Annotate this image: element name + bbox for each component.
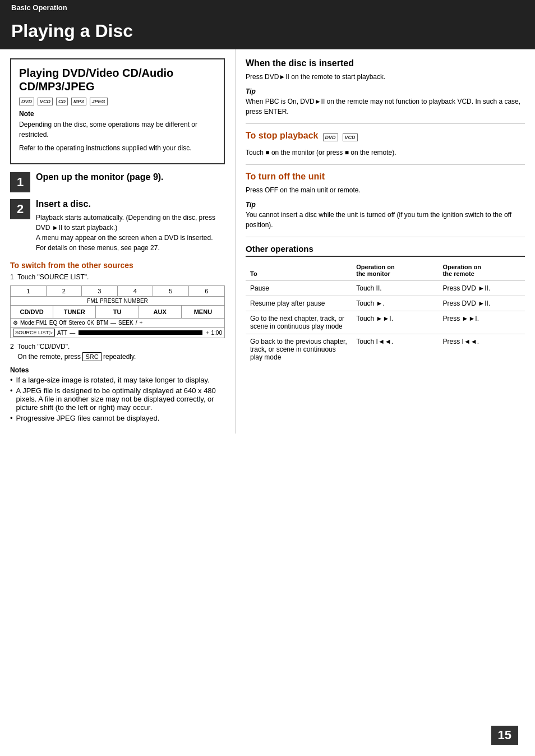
notes-section: Notes If a large-size image is rotated, … xyxy=(10,366,225,422)
col-monitor: Operation onthe monitor xyxy=(352,260,438,281)
notes-label: Notes xyxy=(10,366,225,374)
ops-monitor-3: Touch I◄◄. xyxy=(352,334,438,365)
ops-to-2: Go to the next chapter, track, or scene … xyxy=(246,311,352,334)
step-1-content: Open up the monitor (page 9). xyxy=(36,172,164,186)
source-list-ui: 1 2 3 4 5 6 FM1 PRESET NUMBER CD/DVD TUN… xyxy=(10,285,225,338)
switch-sources-section: To switch from the other sources 1 Touch… xyxy=(10,261,225,361)
turn-off-tip-body: You cannot insert a disc while the unit … xyxy=(246,210,525,230)
step-1: 1 Open up the monitor (page 9). xyxy=(10,172,225,192)
stereo-label: Stereo xyxy=(68,320,85,326)
ops-remote-1: Press DVD ►II. xyxy=(439,296,525,311)
stop-badge-vcd: VCD xyxy=(343,133,358,141)
ops-remote-2: Press ►►I. xyxy=(439,311,525,334)
progress-bar xyxy=(79,330,202,335)
switch-step-2b: On the remote, press SRC repeatedly. xyxy=(10,353,225,361)
when-inserted-title: When the disc is inserted xyxy=(246,58,525,68)
time-label: 1:00 xyxy=(211,330,222,336)
ops-remote-3: Press I◄◄. xyxy=(439,334,525,365)
step-1-heading: Open up the monitor (page 9). xyxy=(36,172,164,182)
stop-badge-dvd: DVD xyxy=(323,133,338,141)
fm-preset-row: FM1 PRESET NUMBER xyxy=(11,297,224,306)
btn-cddvd[interactable]: CD/DVD xyxy=(11,306,53,318)
note-bullet-3: Progressive JPEG files cannot be display… xyxy=(10,414,225,422)
att-label: ATT xyxy=(57,330,67,336)
ops-to-3: Go back to the previous chapter, track, … xyxy=(246,334,352,365)
format-vcd: VCD xyxy=(38,98,53,105)
btm-label: BTM xyxy=(96,320,108,326)
header-label: Basic Operation xyxy=(11,3,67,12)
cell-4: 4 xyxy=(118,286,154,296)
dash2-label: — xyxy=(70,330,75,336)
ops-monitor-0: Touch II. xyxy=(352,281,438,296)
note-bullet-2: A JPEG file is designed to be optimally … xyxy=(10,386,225,412)
step-2-body: Playback starts automatically. (Dependin… xyxy=(36,213,225,253)
format-jpeg: JPEG xyxy=(90,98,108,105)
ok-label: 0K xyxy=(87,320,94,326)
ops-table-row: Resume play after pause Touch ►. Press D… xyxy=(246,296,525,311)
format-dvd: DVD xyxy=(19,98,34,105)
stop-playback-title-row: To stop playback DVD VCD xyxy=(246,131,525,144)
page-title: Playing a Disc xyxy=(11,21,524,42)
ops-table-row: Pause Touch II. Press DVD ►II. xyxy=(246,281,525,296)
content-wrapper: Playing DVD/Video CD/Audio CD/MP3/JPEG D… xyxy=(0,49,535,434)
eq-label: EQ Off xyxy=(49,320,66,326)
format-cd: CD xyxy=(56,98,68,105)
dash-label: — xyxy=(110,320,116,326)
stop-playback-section: To stop playback DVD VCD Touch ■ on the … xyxy=(246,131,525,158)
ops-to-1: Resume play after pause xyxy=(246,296,352,311)
step-2: 2 Insert a disc. Playback starts automat… xyxy=(10,199,225,253)
format-badges: DVD VCD CD MP3 JPEG xyxy=(19,98,216,105)
turn-off-section: To turn off the unit Press OFF on the ma… xyxy=(246,172,525,230)
turn-off-title: To turn off the unit xyxy=(246,172,525,182)
format-mp3: MP3 xyxy=(71,98,86,105)
ops-table-header-row: To Operation onthe monitor Operation ont… xyxy=(246,260,525,281)
status-bar: ⚙ Mode:FM1 EQ Off Stereo 0K BTM — SEEK /… xyxy=(11,319,224,328)
mode-label: Mode:FM1 xyxy=(20,320,47,326)
note-label: Note xyxy=(19,110,216,118)
ops-table-row: Go to the next chapter, track, or scene … xyxy=(246,311,525,334)
col-remote: Operation onthe remote xyxy=(439,260,525,281)
page-number: 15 xyxy=(491,726,518,745)
left-column: Playing DVD/Video CD/Audio CD/MP3/JPEG D… xyxy=(0,49,236,434)
step-2-content: Insert a disc. Playback starts automatic… xyxy=(36,199,225,253)
step-1-number: 1 xyxy=(10,172,30,192)
switch-step-1: 1 Touch "SOURCE LIST". xyxy=(10,273,225,281)
divider-1 xyxy=(246,123,525,124)
switch-sources-title: To switch from the other sources xyxy=(10,261,225,270)
btn-aux[interactable]: AUX xyxy=(139,306,182,318)
page-header: Basic Operation xyxy=(0,0,535,15)
main-section-title: Playing DVD/Video CD/Audio CD/MP3/JPEG xyxy=(19,66,216,93)
source-bottom: SOURCE LIST▷ ATT — + 1:00 xyxy=(11,328,224,338)
seek-label: SEEK xyxy=(118,320,133,326)
other-ops-section: Other operations To Operation onthe moni… xyxy=(246,244,525,365)
cell-6: 6 xyxy=(189,286,225,296)
switch-step-2: 2 Touch "CD/DVD". xyxy=(10,343,225,351)
divider-2 xyxy=(246,164,525,165)
ops-table-row: Go back to the previous chapter, track, … xyxy=(246,334,525,365)
when-inserted-tip-label: Tip xyxy=(246,87,525,95)
ops-to-0: Pause xyxy=(246,281,352,296)
cell-1: 1 xyxy=(11,286,47,296)
slash-label: / xyxy=(136,320,137,326)
stop-playback-body: Touch ■ on the monitor (or press ■ on th… xyxy=(246,147,525,158)
ops-monitor-1: Touch ►. xyxy=(352,296,438,311)
when-inserted-body: Press DVD►II on the remote to start play… xyxy=(246,72,525,82)
ops-table: To Operation onthe monitor Operation ont… xyxy=(246,260,525,365)
page-title-bar: Playing a Disc xyxy=(0,15,535,49)
cell-5: 5 xyxy=(153,286,189,296)
source-buttons: CD/DVD TUNER TU AUX MENU xyxy=(11,306,224,319)
cell-2: 2 xyxy=(47,286,82,296)
ops-monitor-2: Touch ►►I. xyxy=(352,311,438,334)
when-inserted-tip-body: When PBC is On, DVD►II on the remote may… xyxy=(246,96,525,117)
turn-off-body: Press OFF on the main unit or remote. xyxy=(246,185,525,195)
other-ops-title: Other operations xyxy=(246,244,525,257)
btn-tuner[interactable]: TUNER xyxy=(53,306,96,318)
right-column: When the disc is inserted Press DVD►II o… xyxy=(236,49,535,434)
divider-3 xyxy=(246,237,525,237)
source-list-label: SOURCE LIST▷ xyxy=(13,329,55,336)
turn-off-tip-label: Tip xyxy=(246,201,525,209)
btn-tu[interactable]: TU xyxy=(96,306,139,318)
btn-menu[interactable]: MENU xyxy=(182,306,224,318)
plus2-label: + xyxy=(206,330,209,336)
note-line-1: Depending on the disc, some operations m… xyxy=(19,119,216,140)
